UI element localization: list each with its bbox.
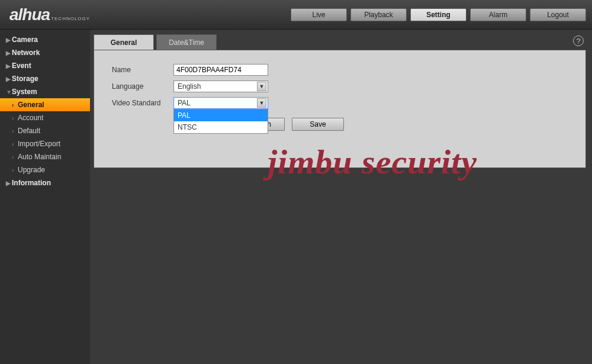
sidebar-item-label: Upgrade bbox=[18, 166, 45, 174]
top-nav: Live Playback Setting Alarm Logout bbox=[291, 8, 586, 21]
video-standard-select-display[interactable]: PAL ▼ bbox=[173, 97, 268, 109]
top-nav-logout[interactable]: Logout bbox=[530, 8, 586, 21]
content-area: ? General Date&Time Name Language Englis… bbox=[90, 30, 592, 364]
sidebar-item-upgrade[interactable]: › Upgrade bbox=[0, 163, 90, 176]
dropdown-arrow-icon[interactable]: ▼ bbox=[257, 82, 266, 91]
sidebar-item-label: Import/Export bbox=[18, 140, 60, 148]
row-name: Name bbox=[112, 62, 568, 78]
top-nav-setting[interactable]: Setting bbox=[410, 8, 466, 21]
language-select[interactable]: English ▼ bbox=[173, 80, 268, 92]
sidebar-section-network[interactable]: ▶ Network bbox=[0, 46, 90, 59]
sidebar-item-label: Default bbox=[18, 127, 40, 135]
tab-date-time[interactable]: Date&Time bbox=[156, 34, 217, 50]
top-nav-alarm[interactable]: Alarm bbox=[470, 8, 526, 21]
brand-logo-subtext: TECHNOLOGY bbox=[51, 16, 90, 21]
chevron-right-icon: › bbox=[12, 115, 18, 121]
video-standard-option-pal[interactable]: PAL bbox=[174, 109, 268, 121]
sidebar-section-system[interactable]: ▼ System bbox=[0, 85, 90, 98]
sidebar-section-label: System bbox=[12, 88, 37, 96]
sidebar-item-import-export[interactable]: › Import/Export bbox=[0, 137, 90, 150]
chevron-right-icon: › bbox=[12, 128, 18, 134]
row-video-standard: Video Standard PAL ▼ PAL NTSC bbox=[112, 95, 568, 111]
brand-logo-text: alhua bbox=[9, 5, 50, 24]
sidebar-section-label: Event bbox=[12, 62, 31, 70]
settings-panel: Name Language English ▼ Video Standard P… bbox=[94, 50, 586, 168]
language-select-value: English bbox=[178, 82, 201, 91]
video-standard-dropdown: PAL NTSC bbox=[173, 109, 268, 134]
chevron-down-icon: ▼ bbox=[6, 89, 12, 95]
top-nav-live[interactable]: Live bbox=[291, 8, 347, 21]
main-area: ▶ Camera ▶ Network ▶ Event ▶ Storage ▼ S… bbox=[0, 30, 592, 364]
language-select-display[interactable]: English ▼ bbox=[173, 80, 268, 92]
row-language: Language English ▼ bbox=[112, 79, 568, 94]
sidebar-item-default[interactable]: › Default bbox=[0, 124, 90, 137]
name-input[interactable] bbox=[173, 64, 268, 76]
chevron-right-icon: › bbox=[12, 154, 18, 160]
sidebar-item-auto-maintain[interactable]: › Auto Maintain bbox=[0, 150, 90, 163]
header-bar: alhua TECHNOLOGY Live Playback Setting A… bbox=[0, 0, 592, 30]
label-language: Language bbox=[112, 82, 173, 91]
label-name: Name bbox=[112, 66, 173, 74]
sidebar-item-label: General bbox=[18, 101, 44, 109]
sidebar-item-account[interactable]: › Account bbox=[0, 111, 90, 124]
chevron-right-icon: ▶ bbox=[6, 180, 12, 186]
sidebar-section-event[interactable]: ▶ Event bbox=[0, 59, 90, 72]
help-icon[interactable]: ? bbox=[573, 36, 584, 46]
sidebar-item-general[interactable]: › General bbox=[0, 98, 90, 111]
chevron-right-icon: ▶ bbox=[6, 76, 12, 82]
tab-strip: General Date&Time bbox=[94, 33, 586, 50]
save-button[interactable]: Save bbox=[292, 118, 344, 131]
video-standard-option-ntsc[interactable]: NTSC bbox=[174, 121, 268, 133]
dropdown-arrow-icon[interactable]: ▼ bbox=[257, 98, 266, 108]
label-video-standard: Video Standard bbox=[112, 99, 173, 107]
chevron-right-icon: ▶ bbox=[6, 37, 12, 43]
sidebar-section-label: Camera bbox=[12, 36, 38, 44]
video-standard-select[interactable]: PAL ▼ PAL NTSC bbox=[173, 97, 268, 109]
sidebar-section-information[interactable]: ▶ Information bbox=[0, 176, 90, 189]
sidebar-section-camera[interactable]: ▶ Camera bbox=[0, 33, 90, 46]
chevron-right-icon: › bbox=[12, 102, 18, 108]
sidebar-item-label: Auto Maintain bbox=[18, 153, 61, 161]
top-nav-playback[interactable]: Playback bbox=[350, 8, 407, 21]
sidebar: ▶ Camera ▶ Network ▶ Event ▶ Storage ▼ S… bbox=[0, 30, 90, 364]
sidebar-section-label: Network bbox=[12, 49, 40, 57]
chevron-right-icon: › bbox=[12, 141, 18, 147]
tab-general[interactable]: General bbox=[94, 34, 154, 50]
sidebar-section-label: Information bbox=[12, 179, 51, 187]
sidebar-section-label: Storage bbox=[12, 75, 38, 83]
sidebar-section-storage[interactable]: ▶ Storage bbox=[0, 72, 90, 85]
chevron-right-icon: ▶ bbox=[6, 50, 12, 56]
brand-logo: alhua TECHNOLOGY bbox=[6, 5, 90, 24]
video-standard-select-value: PAL bbox=[178, 99, 191, 107]
sidebar-item-label: Account bbox=[18, 114, 43, 122]
chevron-right-icon: › bbox=[12, 167, 18, 173]
chevron-right-icon: ▶ bbox=[6, 63, 12, 69]
